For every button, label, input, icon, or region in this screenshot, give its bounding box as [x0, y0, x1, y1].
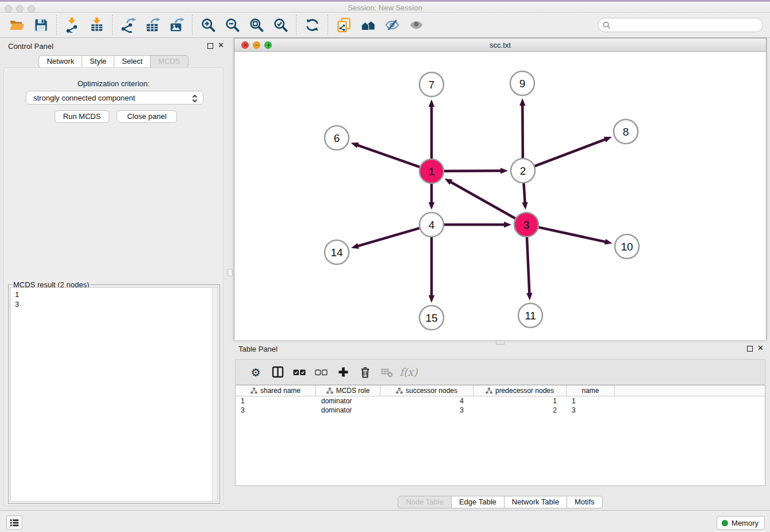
- search-input[interactable]: [614, 21, 763, 29]
- node-6[interactable]: 6: [325, 126, 349, 150]
- result-scrollbar[interactable]: [212, 288, 217, 501]
- memory-button[interactable]: Memory: [717, 516, 765, 530]
- refresh-icon[interactable]: [303, 17, 321, 34]
- cell-name[interactable]: 1: [567, 396, 615, 406]
- edge-arrowhead: [429, 99, 434, 107]
- export-network-icon[interactable]: [120, 17, 137, 34]
- node-14[interactable]: 14: [325, 240, 349, 264]
- edge-2-8[interactable]: [535, 139, 607, 166]
- cell-predecessor-nodes[interactable]: 1: [473, 396, 567, 406]
- network-from-selection-icon[interactable]: [335, 17, 352, 34]
- export-image-icon[interactable]: [168, 17, 185, 34]
- panel-splitter-grip[interactable]: [228, 269, 233, 276]
- edge-1-2[interactable]: [444, 171, 502, 171]
- zoom-fit-icon[interactable]: [248, 17, 265, 34]
- hide-graphics-details-icon[interactable]: [383, 17, 401, 34]
- gear-icon[interactable]: ⚙: [245, 364, 267, 381]
- home-icon[interactable]: [359, 17, 376, 34]
- zoom-selected-icon[interactable]: [272, 17, 289, 34]
- edge-4-14[interactable]: [357, 228, 419, 246]
- close-panel-icon[interactable]: ✕: [218, 41, 224, 50]
- network-window-titlebar[interactable]: ✕ − + scc.txt: [234, 38, 766, 52]
- cell-MCDS-role[interactable]: dominator: [316, 406, 380, 415]
- close-table-panel-icon[interactable]: ✕: [757, 344, 764, 353]
- save-icon[interactable]: [32, 17, 49, 34]
- table-tab-node-table[interactable]: Node Table: [398, 496, 452, 508]
- edge-2-3[interactable]: [523, 183, 525, 204]
- edge-3-1[interactable]: [449, 182, 515, 219]
- node-15[interactable]: 15: [419, 306, 444, 330]
- open-folder-icon[interactable]: [8, 17, 25, 34]
- float-table-panel-icon[interactable]: [747, 346, 753, 352]
- zoom-out-icon[interactable]: [224, 17, 241, 34]
- search-box[interactable]: [598, 18, 763, 32]
- hierarchy-icon: [326, 387, 333, 394]
- network-window-title: scc.txt: [234, 41, 766, 49]
- node-7[interactable]: 7: [419, 72, 444, 97]
- add-icon[interactable]: [332, 364, 354, 381]
- close-panel-button[interactable]: Close panel: [117, 110, 177, 123]
- import-network-icon[interactable]: [64, 17, 81, 34]
- mcds-result-list[interactable]: 13: [10, 287, 218, 502]
- cell-name[interactable]: 3: [567, 406, 615, 415]
- edge-3-11[interactable]: [527, 237, 529, 295]
- column-header-MCDS-role[interactable]: MCDS role: [316, 385, 380, 396]
- edge-arrowhead: [445, 179, 453, 185]
- node-4[interactable]: 4: [419, 213, 444, 237]
- show-graphics-details-icon[interactable]: [407, 17, 425, 34]
- cell-successor-nodes[interactable]: 4: [380, 396, 473, 406]
- app-titlebar: Session: New Session: [0, 2, 770, 13]
- hierarchy-icon: [251, 387, 257, 394]
- table-tab-motifs[interactable]: Motifs: [567, 496, 603, 508]
- table-tab-network-table[interactable]: Network Table: [505, 496, 567, 508]
- result-item[interactable]: 1: [15, 290, 217, 299]
- hierarchy-icon: [396, 387, 403, 394]
- node-11[interactable]: 11: [518, 303, 542, 327]
- tab-mcds[interactable]: MCDS: [151, 55, 188, 68]
- export-table-icon[interactable]: [144, 17, 161, 34]
- network-view-window: ✕ − + scc.txt 7968124314101511: [234, 38, 767, 340]
- criterion-select[interactable]: strongly connected component: [26, 91, 203, 105]
- edge-1-6[interactable]: [356, 145, 419, 167]
- table-tabs: Node TableEdge TableNetwork TableMotifs: [234, 496, 767, 508]
- unselect-all-checks-icon[interactable]: [310, 364, 332, 381]
- node-9[interactable]: 9: [510, 71, 534, 95]
- node-10[interactable]: 10: [615, 234, 639, 259]
- cell-MCDS-role[interactable]: dominator: [316, 396, 380, 406]
- toolbar-separator: [56, 15, 57, 36]
- result-item[interactable]: 3: [15, 299, 217, 309]
- trash-icon[interactable]: [354, 364, 376, 381]
- tab-network[interactable]: Network: [38, 55, 82, 68]
- float-panel-icon[interactable]: [207, 43, 213, 49]
- node-1[interactable]: 1: [419, 159, 444, 183]
- column-header-predecessor-nodes[interactable]: predecessor nodes: [473, 385, 567, 396]
- tab-style[interactable]: Style: [82, 55, 114, 68]
- delete-table-icon: [376, 364, 398, 381]
- run-mcds-button[interactable]: Run MCDS: [55, 110, 109, 123]
- tab-select[interactable]: Select: [114, 55, 151, 68]
- cell-shared-name[interactable]: 1: [236, 396, 316, 406]
- control-panel-title: Control Panel: [8, 42, 53, 51]
- node-8[interactable]: 8: [614, 119, 638, 144]
- panels-menu-button[interactable]: [6, 515, 22, 530]
- edge-3-10[interactable]: [538, 228, 606, 242]
- window-title: Session: New Session: [0, 3, 770, 12]
- select-all-checks-icon[interactable]: [288, 364, 310, 381]
- cell-shared-name[interactable]: 3: [236, 406, 316, 415]
- table-row[interactable]: 1dominator411: [236, 396, 765, 406]
- import-table-icon[interactable]: [88, 17, 105, 34]
- cell-predecessor-nodes[interactable]: 2: [473, 406, 567, 415]
- cell-successor-nodes[interactable]: 3: [380, 406, 473, 415]
- columns-icon[interactable]: [267, 364, 288, 381]
- table-row[interactable]: 3dominator323: [236, 406, 765, 415]
- zoom-in-icon[interactable]: [199, 17, 217, 34]
- column-label: shared name: [260, 387, 301, 395]
- node-2[interactable]: 2: [511, 159, 535, 183]
- column-header-successor-nodes[interactable]: successor nodes: [380, 385, 473, 396]
- column-header-shared-name[interactable]: shared name: [236, 385, 316, 396]
- node-3[interactable]: 3: [514, 213, 538, 237]
- edge-2-9[interactable]: [522, 104, 523, 158]
- network-canvas[interactable]: 7968124314101511: [234, 52, 766, 340]
- column-header-name[interactable]: name: [567, 385, 615, 396]
- table-tab-edge-table[interactable]: Edge Table: [452, 496, 505, 508]
